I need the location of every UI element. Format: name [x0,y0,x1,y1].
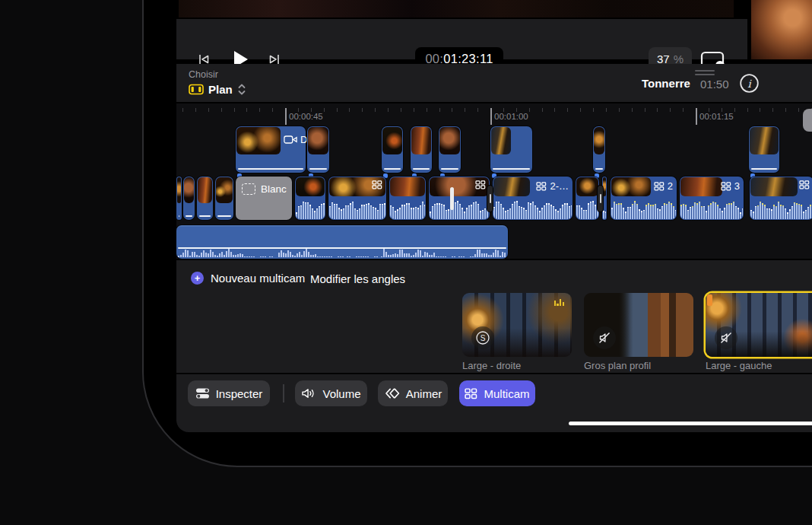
multicam-clip-tag [475,180,486,189]
multicam-label: Multicam [484,387,529,400]
audio-waveform [576,199,598,219]
angle-label: Large - droite [462,360,521,371]
primary-clip[interactable] [183,177,195,220]
audio-source-badge[interactable]: S [471,326,494,349]
primary-clip[interactable] [215,177,233,220]
clip-thumbnail [184,177,194,203]
ruler-tick [452,108,452,112]
drag-handle[interactable] [695,74,715,75]
clip-bottom-line [595,168,603,170]
ruler-tick [362,108,363,112]
ruler-tick [554,108,555,112]
primary-clip[interactable] [176,177,182,220]
drag-handle[interactable] [695,70,715,72]
audio-clip[interactable] [176,225,508,259]
multicam-clip[interactable] [750,177,812,220]
ruler-tick [272,108,273,112]
multicam-clip-tag: 2 [654,180,673,192]
ruler-tick [529,108,530,112]
connected-clip[interactable]: D [236,126,306,173]
info-button[interactable]: i [739,73,760,94]
svg-text:i: i [747,78,752,90]
plus-icon: + [191,272,204,285]
multicam-grid-icon [475,180,486,189]
animate-label: Animer [406,387,442,400]
ruler-tick [696,108,697,125]
audio-waveform-spikes [178,249,506,257]
selection-mode-dropdown[interactable]: Plan [189,83,246,96]
ruler-tick [632,108,633,112]
audio-waveform [680,199,743,219]
multicam-grid-icon [536,182,547,191]
muted-speaker-icon [718,330,734,345]
clip-label: D [300,134,307,145]
angle-thumbnail-gros-plan-profil[interactable] [584,293,693,357]
primary-clip[interactable] [197,177,213,220]
ruler-tick [670,108,671,112]
clip-bottom-line [309,168,327,170]
edit-angles-button[interactable]: Modifier les angles [310,272,405,285]
timeline-scroll-handle[interactable] [803,109,812,132]
transition-marker[interactable] [487,186,493,212]
multicam-clip[interactable] [328,177,386,220]
audio-muted-badge[interactable] [593,326,616,349]
connected-clip[interactable] [490,126,532,173]
ruler-tick [619,108,620,112]
clip-bottom-line [199,215,211,217]
angle-position-marker [707,294,712,306]
multicam-button[interactable]: Multicam [459,380,535,406]
angle-thumbnail-large-gauche[interactable] [706,293,812,357]
transition-marker[interactable] [598,186,603,212]
clip-thumbnail [603,177,606,196]
selection-mode-value: Plan [208,83,233,96]
connected-clip[interactable] [749,126,779,173]
clip-thumbnail [594,127,604,154]
connected-clip[interactable] [593,126,605,173]
browser-video-thumbnail [751,0,812,59]
ruler-tick [208,108,209,112]
multicam-clip[interactable] [576,177,599,220]
connected-clip[interactable] [307,126,329,173]
ruler-tick [285,108,287,125]
angle-label: Gros plan profil [584,360,651,371]
ruler-tick [324,108,325,112]
zoom-value: 37 [657,52,670,65]
ruler-tick [772,108,773,112]
choose-label: Choisir [189,69,218,80]
connected-clip[interactable] [439,126,461,173]
angle-thumbnail-large-droite[interactable]: S [462,293,572,357]
ruler-tick [246,108,247,112]
volume-button[interactable]: Volume [295,380,367,406]
connected-clip[interactable] [382,126,403,173]
placeholder-clip-blanc[interactable]: Blanc [236,177,292,220]
connected-clip[interactable] [411,126,432,173]
new-multicam-button[interactable]: + Nouveau multicam [191,272,305,285]
multicam-clip[interactable] [295,177,325,220]
multicam-clip[interactable] [389,177,426,220]
multicam-clip[interactable]: 3 [680,177,744,220]
video-editor-app: 00:01:23:11 37% Choisir [176,0,812,432]
ruler-tick [439,108,440,112]
multicam-clip[interactable]: 2-… [493,177,573,220]
audio-s-icon: S [475,330,490,345]
audio-muted-badge[interactable] [715,326,737,349]
timeline[interactable]: 00:00:45 00:01:00 00:01:15 DBlanc2-…23 [176,103,812,259]
animate-button[interactable]: Animer [378,380,448,406]
through-edit-marker[interactable] [450,187,454,210]
ruler-tick [259,108,260,112]
multicam-clip[interactable] [429,177,490,220]
clip-bottom-line [238,168,303,170]
ruler-tick [349,108,350,112]
clip-bottom-line [751,168,777,170]
chevron-up-down-icon [237,83,246,96]
clip-bottom-line [186,215,192,217]
audio-waveform [390,199,425,219]
ruler-tick [542,108,543,112]
zoom-unit: % [674,52,684,65]
ruler-tick [490,108,492,125]
audio-meter-icon [554,298,564,306]
horizontal-scrollbar[interactable] [569,422,812,425]
clip-bottom-line [384,168,401,170]
multicam-clip[interactable]: 2 [611,177,677,220]
inspect-button[interactable]: Inspecter [188,380,270,406]
